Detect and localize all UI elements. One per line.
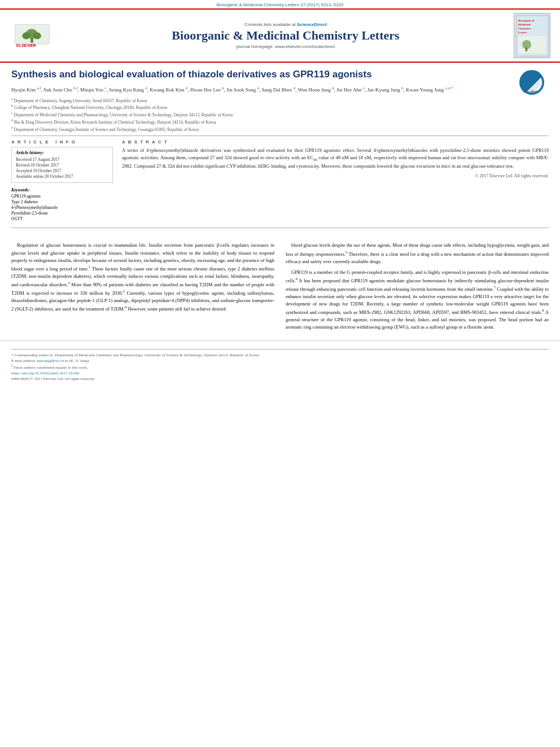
svg-text:CrossMark: CrossMark <box>523 90 538 93</box>
sciencedirect-line: Contents lists available at ScienceDirec… <box>58 22 514 27</box>
available-date: Available online 20 October 2017 <box>16 174 108 179</box>
journal-homepage: journal homepage: www.elsevier.com/locat… <box>58 44 514 49</box>
journal-header-center: Contents lists available at ScienceDirec… <box>58 22 514 49</box>
svg-text:Letters: Letters <box>518 31 527 34</box>
affiliation-e: e Department of Chemistry, Gwangju Insti… <box>11 125 549 133</box>
revised-date: Revised 18 October 2017 <box>16 163 108 168</box>
svg-point-4 <box>33 32 41 39</box>
journal-citation-bar: Bioorganic & Medicinal Chemistry Letters… <box>0 0 560 8</box>
equal-contribution-note: f These authors contributed equally to t… <box>11 364 549 370</box>
email-link[interactable]: krjeong@krict.re.kr <box>37 359 68 363</box>
accepted-date: Accepted 19 October 2017 <box>16 168 108 173</box>
body-section: Regulation of glucose homeostasis is cru… <box>0 242 560 334</box>
article-title: Synthesis and biological evaluation of t… <box>11 68 549 81</box>
keyword-5: OGTT <box>11 216 113 221</box>
article-content: Synthesis and biological evaluation of t… <box>0 63 560 237</box>
sciencedirect-link[interactable]: ScienceDirect <box>297 22 327 27</box>
body-right-paragraph-2: GPR119 is a member of the G protein-coup… <box>286 269 549 331</box>
body-left-paragraph: Regulation of glucose homeostasis is cru… <box>11 242 274 313</box>
crossmark-badge[interactable]: ✓ CrossMark <box>515 68 549 97</box>
divider-1 <box>11 136 549 136</box>
body-left-col: Regulation of glucose homeostasis is cru… <box>11 242 274 334</box>
journal-citation-text: Bioorganic & Medicinal Chemistry Letters… <box>216 2 343 7</box>
footer-divider <box>11 349 549 350</box>
body-right-col: blood glucose levels despite the use of … <box>286 242 549 334</box>
page: Bioorganic & Medicinal Chemistry Letters… <box>0 0 560 747</box>
svg-text:Medicinal: Medicinal <box>518 23 531 26</box>
article-history-title: Article history: <box>16 150 108 155</box>
journal-title: Bioorganic & Medicinal Chemistry Letters <box>58 28 514 43</box>
abstract-column: A B S T R A C T A series of 4-(phenoxyme… <box>122 139 549 222</box>
keyword-1: GPR119 agonists <box>11 194 113 199</box>
article-history-box: Article history: Received 17 August 2017… <box>11 147 113 183</box>
svg-text:✓: ✓ <box>525 77 533 88</box>
affiliations: a Department of Chemistry, Sogang Univer… <box>11 97 549 133</box>
email-note: E-mail address: krjeong@krict.re.kr (K.-… <box>11 359 549 363</box>
journal-thumbnail: Bioorganic & Medicinal Chemistry Letters <box>514 13 553 58</box>
keywords-box: Keywords: GPR119 agonists Type 2 diabete… <box>11 187 113 221</box>
doi-line: https://doi.org/10.1016/j.bmcl.2017.10.0… <box>11 371 549 375</box>
svg-text:Bioorganic &: Bioorganic & <box>518 19 535 22</box>
affiliation-a: a Department of Chemistry, Sogang Univer… <box>11 97 549 104</box>
copyright-line: © 2017 Elsevier Ltd. All rights reserved… <box>122 173 549 178</box>
affiliation-d: d Bio & Drug Discovery Division, Korea R… <box>11 118 549 125</box>
journal-cover-image: Bioorganic & Medicinal Chemistry Letters <box>514 13 550 58</box>
divider-2 <box>11 228 549 228</box>
elsevier-tree-icon: ELSEVIER <box>12 21 52 50</box>
elsevier-logo: ELSEVIER <box>7 21 58 50</box>
body-two-col: Regulation of glucose homeostasis is cru… <box>11 242 549 334</box>
authors-line: Hyojin Kim a,f, Suk Joon Cho b,f, Minjin… <box>11 85 549 94</box>
keyword-2: Type 2 diabetes <box>11 199 113 204</box>
corresponding-note: * Corresponding author at: Department of… <box>11 353 549 357</box>
article-info-column: A R T I C L E I N F O Article history: R… <box>11 139 113 222</box>
svg-rect-14 <box>526 47 527 51</box>
affiliation-b: b College of Pharmacy, Chungbuk National… <box>11 103 549 111</box>
article-info-label: A R T I C L E I N F O <box>11 139 113 145</box>
info-abstract-section: A R T I C L E I N F O Article history: R… <box>11 139 549 222</box>
issn-line: 0960-894X/© 2017 Elsevier Ltd. All right… <box>11 377 549 381</box>
affiliation-c: c Department of Medicinal Chemistry and … <box>11 111 549 118</box>
svg-text:ELSEVIER: ELSEVIER <box>16 43 36 47</box>
doi-link[interactable]: https://doi.org/10.1016/j.bmcl.2017.10.0… <box>11 371 79 375</box>
keywords-title: Keywords: <box>11 187 113 193</box>
received-date: Received 17 August 2017 <box>16 157 108 162</box>
body-right-paragraph-1: blood glucose levels despite the use of … <box>286 242 549 265</box>
svg-text:Chemistry: Chemistry <box>518 27 531 30</box>
footer: * Corresponding author at: Department of… <box>0 340 560 385</box>
keyword-3: 4-(Phenoxymethyl)thiazole <box>11 205 113 210</box>
keyword-4: Pyrrolidine-2,5-dione <box>11 211 113 216</box>
crossmark-icon: ✓ CrossMark <box>519 70 544 95</box>
abstract-label: A B S T R A C T <box>122 139 549 145</box>
svg-point-3 <box>23 32 30 39</box>
abstract-text: A series of 4-(phenoxymethyl)thiazole de… <box>122 147 549 170</box>
journal-header: ELSEVIER Contents lists available at Sci… <box>0 8 560 63</box>
